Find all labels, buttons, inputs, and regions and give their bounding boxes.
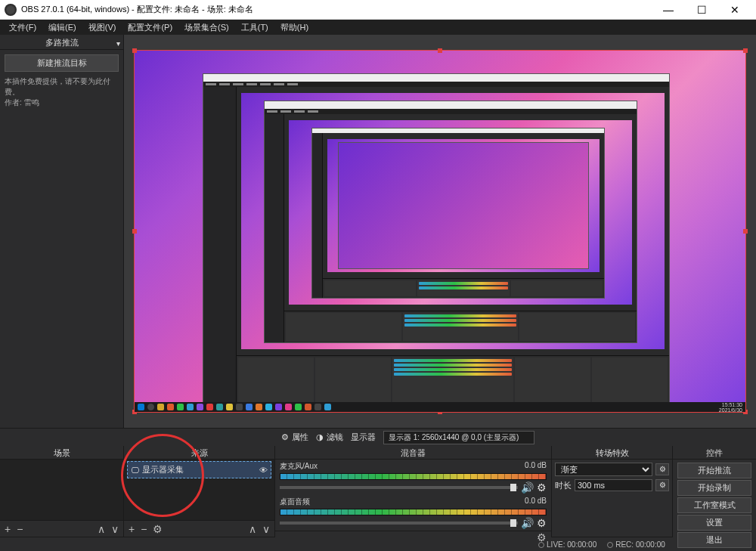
mic-meter bbox=[280, 473, 547, 480]
display-field-label: 显示器 bbox=[351, 432, 376, 443]
source-context-toolbar: ⚙ 属性 ◑ 滤镜 显示器 显示器 1: 2560x1440 @ 0,0 (主显… bbox=[0, 428, 756, 446]
filters-label: 滤镜 bbox=[327, 432, 343, 443]
menu-tools[interactable]: 工具(T) bbox=[235, 20, 274, 35]
desktop-db: 0.0 dB bbox=[525, 497, 547, 507]
multi-stream-header: 多路推流 ▾ bbox=[0, 35, 123, 50]
visibility-toggle-icon[interactable]: 👁 bbox=[259, 466, 268, 475]
window-titlebar: OBS 27.0.1 (64-bit, windows) - 配置文件: 未命名… bbox=[0, 0, 756, 20]
display-selector-value: 显示器 1: 2560x1440 @ 0,0 (主显示器) bbox=[389, 433, 519, 441]
scenes-title: 场景 bbox=[0, 446, 123, 460]
source-item-label: 显示器采集 bbox=[142, 464, 184, 475]
monitor-icon: 🖵 bbox=[131, 466, 139, 475]
mic-volume-slider[interactable] bbox=[280, 486, 518, 489]
desktop-settings-icon[interactable]: ⚙ bbox=[537, 517, 547, 529]
transition-duration-input[interactable] bbox=[575, 479, 652, 491]
properties-label: 属性 bbox=[292, 432, 308, 443]
dock-close-icon[interactable]: ▾ bbox=[116, 36, 120, 51]
desktop-meter bbox=[280, 509, 547, 515]
menu-file[interactable]: 文件(F) bbox=[3, 20, 42, 35]
mic-db: 0.0 dB bbox=[525, 461, 547, 472]
mixer-channel-mic: 麦克风/Aux0.0 dB 🔊 ⚙ bbox=[275, 460, 551, 495]
source-add-button[interactable]: + bbox=[129, 523, 135, 535]
start-streaming-button[interactable]: 开始推流 bbox=[677, 463, 751, 478]
menu-edit[interactable]: 编辑(E) bbox=[42, 20, 82, 35]
menu-scene-collection[interactable]: 场景集合(S) bbox=[178, 20, 235, 35]
source-down-button[interactable]: ∨ bbox=[262, 523, 270, 535]
display-selector[interactable]: 显示器 1: 2560x1440 @ 0,0 (主显示器) bbox=[383, 431, 534, 444]
transitions-title: 转场特效 bbox=[552, 446, 672, 460]
transition-settings-button[interactable]: ⚙ bbox=[655, 463, 669, 475]
scene-remove-button[interactable]: − bbox=[17, 523, 23, 535]
start-recording-button[interactable]: 开始录制 bbox=[677, 480, 751, 496]
captured-taskbar: 15:51:302021/6/30 bbox=[135, 402, 745, 412]
close-button[interactable]: ✕ bbox=[718, 0, 751, 20]
transition-type-select[interactable]: 渐变 bbox=[555, 463, 652, 476]
mixer-channel-desktop: 桌面音频0.0 dB 🔊 ⚙ bbox=[275, 495, 551, 531]
source-properties-button[interactable]: ⚙ bbox=[153, 523, 163, 535]
scenes-dock: 场景 + − ∧ ∨ bbox=[0, 446, 124, 537]
transitions-dock: 转场特效 渐变 ⚙ 时长 ⚙ bbox=[552, 446, 673, 537]
plugin-donate-text: 本插件免费提供，请不要为此付费。 作者: 雷鸣 bbox=[5, 76, 119, 108]
menu-profile[interactable]: 配置文件(P) bbox=[122, 20, 178, 35]
menubar: 文件(F) 编辑(E) 视图(V) 配置文件(P) 场景集合(S) 工具(T) … bbox=[0, 20, 756, 35]
desktop-volume-slider[interactable] bbox=[280, 522, 518, 525]
mic-settings-icon[interactable]: ⚙ bbox=[537, 481, 547, 494]
properties-button[interactable]: ⚙ 属性 bbox=[281, 432, 308, 443]
mic-mute-icon[interactable]: 🔊 bbox=[521, 481, 534, 494]
settings-button[interactable]: 设置 bbox=[677, 515, 751, 531]
obs-logo-icon bbox=[5, 4, 17, 16]
scene-up-button[interactable]: ∧ bbox=[98, 523, 105, 535]
sources-dock: 来源 🖵 显示器采集 👁 + − ⚙ ∧ ∨ bbox=[124, 446, 275, 537]
mic-label: 麦克风/Aux bbox=[280, 461, 318, 472]
live-status: LIVE: 00:00:00 bbox=[538, 540, 596, 549]
sources-title: 来源 bbox=[124, 446, 274, 460]
mixer-title: 混音器 bbox=[275, 446, 551, 460]
multi-stream-title: 多路推流 bbox=[45, 38, 79, 47]
duration-settings-button[interactable]: ⚙ bbox=[655, 479, 669, 491]
sources-list[interactable]: 🖵 显示器采集 👁 bbox=[124, 460, 274, 520]
mixer-dock: 混音器 麦克风/Aux0.0 dB 🔊 ⚙ 桌面音频0.0 dB 🔊 ⚙ bbox=[275, 446, 552, 537]
menu-view[interactable]: 视图(V) bbox=[82, 20, 122, 35]
new-stream-target-button[interactable]: 新建推流目标 bbox=[5, 54, 119, 72]
preview-canvas[interactable]: 15:51:302021/6/30 bbox=[134, 50, 746, 413]
desktop-label: 桌面音频 bbox=[280, 497, 310, 507]
nested-obs-window bbox=[203, 73, 670, 404]
source-item-display-capture[interactable]: 🖵 显示器采集 👁 bbox=[127, 461, 271, 478]
window-title: OBS 27.0.1 (64-bit, windows) - 配置文件: 未命名… bbox=[21, 4, 652, 15]
scene-add-button[interactable]: + bbox=[5, 523, 11, 535]
source-remove-button[interactable]: − bbox=[141, 523, 147, 535]
studio-mode-button[interactable]: 工作室模式 bbox=[677, 497, 751, 513]
gear-icon: ⚙ bbox=[281, 432, 289, 442]
filters-button[interactable]: ◑ 滤镜 bbox=[316, 432, 343, 443]
controls-title: 控件 bbox=[673, 446, 756, 460]
preview-area[interactable]: 15:51:302021/6/30 bbox=[124, 35, 756, 428]
scene-down-button[interactable]: ∨ bbox=[111, 523, 119, 535]
rec-status: REC: 00:00:00 bbox=[607, 540, 665, 549]
scenes-list[interactable] bbox=[0, 460, 123, 520]
multi-stream-dock: 多路推流 ▾ 新建推流目标 本插件免费提供，请不要为此付费。 作者: 雷鸣 bbox=[0, 35, 124, 428]
maximize-button[interactable]: ☐ bbox=[685, 0, 718, 20]
source-up-button[interactable]: ∧ bbox=[249, 523, 256, 535]
desktop-mute-icon[interactable]: 🔊 bbox=[521, 517, 534, 529]
duration-label: 时长 bbox=[555, 480, 572, 491]
controls-dock: 控件 开始推流 开始录制 工作室模式 设置 退出 bbox=[673, 446, 756, 537]
exit-button[interactable]: 退出 bbox=[677, 532, 751, 548]
filters-icon: ◑ bbox=[316, 432, 324, 442]
menu-help[interactable]: 帮助(H) bbox=[274, 20, 314, 35]
minimize-button[interactable]: — bbox=[652, 0, 685, 20]
